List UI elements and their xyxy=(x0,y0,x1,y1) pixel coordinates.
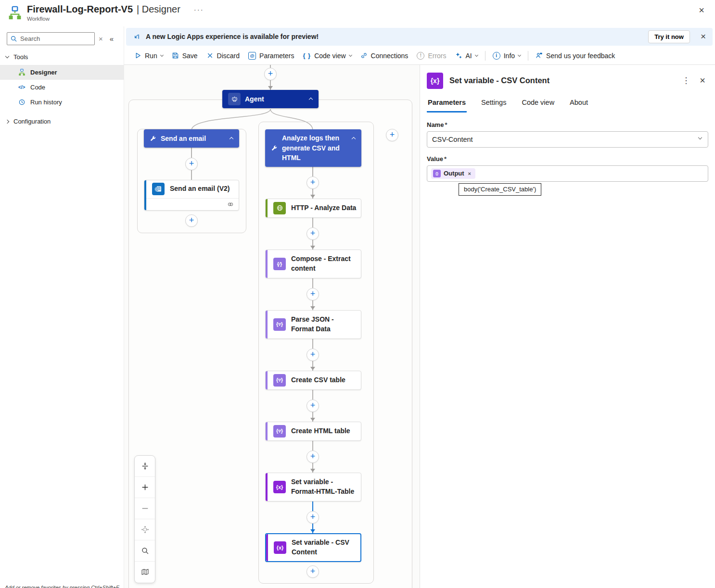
designer-canvas[interactable]: + Agent + Send xyxy=(124,65,420,588)
add-action-button[interactable]: + xyxy=(306,288,319,300)
title-more-button[interactable]: ··· xyxy=(194,5,204,13)
zoom-out-button[interactable] xyxy=(135,498,155,519)
action-node-compose-extract[interactable]: {⁄} Compose - Extract content xyxy=(265,250,361,278)
add-action-button[interactable]: + xyxy=(306,450,319,463)
arrow-down-icon xyxy=(268,86,273,89)
add-action-button[interactable]: + xyxy=(306,565,319,578)
preview-banner: A new Logic Apps experience is available… xyxy=(126,28,713,46)
action-node-set-variable-csv-content[interactable]: {x} Set variable - CSV Content xyxy=(265,533,361,562)
sidebar-item-designer[interactable]: Designer xyxy=(0,65,124,80)
search-clear-icon[interactable]: × xyxy=(99,35,103,43)
toolbar-divider xyxy=(528,51,528,61)
add-action-button[interactable]: + xyxy=(306,176,319,189)
sidebar-item-code[interactable]: </> Code xyxy=(0,80,124,95)
save-button[interactable]: Save xyxy=(167,50,202,62)
accent-bar xyxy=(144,180,146,210)
sidebar-item-run-history[interactable]: Run history xyxy=(0,95,124,110)
accent-bar xyxy=(266,311,268,338)
globe-icon xyxy=(273,202,286,214)
action-node-http-analyze-data[interactable]: HTTP - Analyze Data xyxy=(265,199,361,218)
arrow-down-icon xyxy=(310,246,315,249)
preview-arrow-icon xyxy=(133,33,140,40)
banner-close-icon[interactable]: × xyxy=(701,31,706,42)
add-tool-button[interactable]: + xyxy=(386,129,398,141)
pan-mode-button[interactable] xyxy=(135,519,155,540)
token-remove-icon[interactable]: × xyxy=(468,171,471,176)
add-action-button[interactable]: + xyxy=(306,511,319,524)
add-action-button[interactable]: + xyxy=(185,214,198,227)
action-node-set-variable-format-html[interactable]: {x} Set variable - Format-HTML-Table xyxy=(265,473,361,501)
connection-icon xyxy=(227,201,234,208)
tab-parameters[interactable]: Parameters xyxy=(427,96,467,113)
token-tooltip: body('Create_CSV_table') xyxy=(459,183,541,196)
chevron-up-icon[interactable] xyxy=(352,137,356,141)
discard-icon xyxy=(206,52,214,59)
minimap-button[interactable] xyxy=(135,562,155,583)
wrench-icon xyxy=(271,145,278,151)
token-icon: {} xyxy=(433,170,441,177)
agent-node[interactable]: Agent xyxy=(222,90,319,108)
variable-name-input[interactable] xyxy=(427,131,708,148)
add-action-button[interactable]: + xyxy=(306,227,319,240)
sidebar-collapse-icon[interactable]: « xyxy=(110,35,114,43)
workflow-logo-icon xyxy=(8,6,22,20)
accent-bar xyxy=(266,371,268,389)
parameters-icon: @ xyxy=(248,52,256,60)
sidebar-group-tools[interactable]: Tools xyxy=(0,49,124,65)
table-icon: {▿} xyxy=(273,374,286,387)
workflow-subtitle: Workflow xyxy=(27,16,204,22)
info-button[interactable]: i Info xyxy=(488,50,525,62)
chevron-down-icon xyxy=(160,53,164,57)
chevron-up-icon[interactable] xyxy=(230,137,233,141)
tool-node-analyze-logs[interactable]: Analyze logs then generate CSV and HTML xyxy=(265,129,361,167)
view-mode-label: | Designer xyxy=(137,4,180,15)
chevron-down-icon xyxy=(349,53,352,57)
feedback-button[interactable]: Send us your feedback xyxy=(531,50,619,62)
connections-button[interactable]: Connections xyxy=(356,50,413,62)
arrow-down-icon xyxy=(310,529,315,533)
accent-bar xyxy=(266,250,268,278)
tab-settings[interactable]: Settings xyxy=(480,96,507,113)
action-node-create-html-table[interactable]: {▿} Create HTML table xyxy=(265,422,361,441)
search-input[interactable] xyxy=(20,35,91,42)
add-action-button[interactable]: + xyxy=(306,349,319,361)
table-icon: {▿} xyxy=(273,425,286,438)
action-node-send-email-v2[interactable]: Send an email (V2) xyxy=(144,180,239,211)
action-node-create-csv-table[interactable]: {▿} Create CSV table xyxy=(265,371,361,390)
code-icon: </> xyxy=(18,84,26,91)
favorites-hint: Add or remove favorites by pressing Ctrl… xyxy=(5,585,119,588)
robot-icon xyxy=(228,93,241,105)
fit-view-button[interactable] xyxy=(135,456,155,477)
arrow-down-icon xyxy=(310,195,315,198)
add-action-button[interactable]: + xyxy=(264,68,277,80)
add-action-button[interactable]: + xyxy=(306,400,319,412)
run-button[interactable]: Run xyxy=(130,50,167,62)
sidebar-group-configuration[interactable]: Configuration xyxy=(0,113,124,129)
outlook-icon xyxy=(152,183,165,195)
code-view-button[interactable]: { } Code view xyxy=(298,50,356,62)
panel-more-icon[interactable]: ⋮ xyxy=(682,75,690,86)
variable-value-input[interactable]: {} Output × xyxy=(427,165,708,182)
add-action-button[interactable]: + xyxy=(185,158,198,170)
ai-button[interactable]: AI xyxy=(451,50,482,62)
canvas-search-button[interactable] xyxy=(135,540,155,562)
zoom-in-button[interactable] xyxy=(135,477,155,498)
info-icon: i xyxy=(493,52,500,60)
workflow-title: Firewall-Log-Report-V5 xyxy=(27,4,133,15)
tool-node-send-email[interactable]: Send an email xyxy=(144,129,239,148)
tab-about[interactable]: About xyxy=(569,96,589,113)
errors-button: ! Errors xyxy=(412,50,450,62)
search-box[interactable] xyxy=(7,32,95,45)
action-node-parse-json[interactable]: {▿} Parse JSON - Format Data xyxy=(265,310,361,339)
panel-close-icon[interactable]: × xyxy=(700,75,705,86)
tab-code-view[interactable]: Code view xyxy=(521,96,555,113)
output-token[interactable]: {} Output × xyxy=(431,168,475,179)
chevron-up-icon[interactable] xyxy=(309,98,313,101)
arrow-down-icon xyxy=(310,306,315,310)
try-it-now-button[interactable]: Try it now xyxy=(648,30,690,43)
discard-button[interactable]: Discard xyxy=(202,50,244,62)
parameters-button[interactable]: @ Parameters xyxy=(244,50,298,62)
chevron-down-icon xyxy=(475,53,478,57)
arrow-down-icon xyxy=(310,367,315,370)
close-blade-icon[interactable]: × xyxy=(695,4,708,17)
